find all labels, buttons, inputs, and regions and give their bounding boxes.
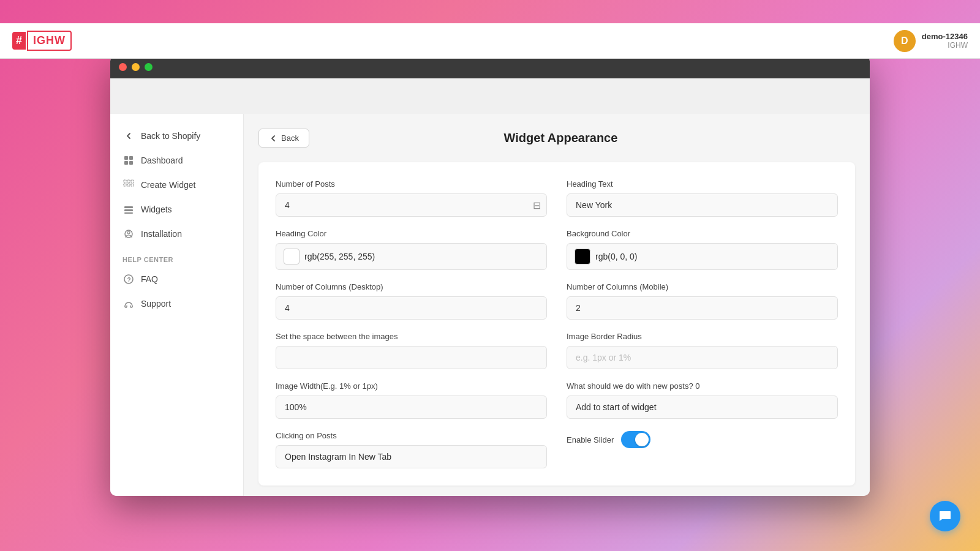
fullscreen-button[interactable] — [145, 63, 153, 71]
close-button[interactable] — [119, 63, 127, 71]
sidebar-item-support[interactable]: Support — [110, 291, 243, 316]
back-button-label: Back — [281, 133, 299, 143]
sidebar-item-label: Support — [141, 299, 171, 309]
border-radius-group: Image Border Radius — [567, 332, 838, 369]
svg-point-14 — [127, 231, 130, 234]
sidebar-item-label: Installation — [141, 229, 182, 239]
back-button[interactable]: Back — [258, 129, 309, 148]
dashboard-icon — [123, 154, 135, 167]
support-icon — [123, 298, 135, 310]
columns-desktop-input[interactable] — [276, 296, 547, 320]
space-between-input[interactable] — [276, 346, 547, 369]
main-layout: Back to Shopify Dashboard — [110, 114, 870, 496]
create-widget-icon — [123, 179, 135, 191]
background-color-input[interactable]: rgb(0, 0, 0) — [567, 243, 838, 270]
sidebar-item-back[interactable]: Back to Shopify — [110, 124, 243, 148]
sidebar-back-label: Back to Shopify — [141, 131, 200, 141]
clicking-posts-label: Clicking on Posts — [276, 431, 547, 440]
image-width-label: Image Width(E.g. 1% or 1px) — [276, 381, 547, 391]
image-width-input[interactable] — [276, 395, 547, 419]
heading-color-value: rgb(255, 255, 255) — [304, 252, 375, 261]
header: # IGHW D demo-12346 IGHW — [110, 55, 870, 59]
heading-color-swatch — [284, 249, 300, 264]
clicking-posts-input[interactable] — [276, 445, 547, 468]
sidebar-item-label: Create Widget — [141, 180, 195, 190]
form-card: Number of Posts ⊟ Heading Text Heading C — [258, 162, 855, 485]
svg-rect-0 — [124, 156, 128, 160]
enable-slider-toggle[interactable] — [621, 431, 650, 448]
new-posts-label: What should we do with new posts? 0 — [567, 381, 838, 391]
traffic-lights — [119, 63, 153, 71]
sidebar-item-label: Dashboard — [141, 156, 183, 165]
toggle-thumb — [635, 433, 649, 446]
heading-text-input[interactable] — [567, 193, 838, 217]
svg-rect-12 — [124, 212, 133, 214]
background-color-swatch — [575, 249, 590, 264]
svg-rect-4 — [124, 180, 126, 182]
app-window: # IGHW D demo-12346 IGHW Back to Shopify — [110, 55, 870, 496]
space-between-group: Set the space between the images — [276, 332, 547, 369]
toggle-track — [621, 431, 650, 448]
form-grid: Number of Posts ⊟ Heading Text Heading C — [276, 179, 838, 468]
svg-rect-5 — [127, 180, 130, 182]
sidebar-item-installation[interactable]: Installation — [110, 222, 243, 246]
background-color-group: Background Color rgb(0, 0, 0) — [567, 229, 838, 270]
sidebar-item-create-widget[interactable]: Create Widget — [110, 173, 243, 197]
svg-rect-11 — [124, 209, 133, 211]
columns-mobile-label: Number of Columns (Mobile) — [567, 282, 838, 291]
svg-rect-2 — [124, 161, 128, 165]
heading-color-group: Heading Color rgb(255, 255, 255) — [276, 229, 547, 270]
enable-slider-group: Enable Slider — [567, 431, 838, 468]
new-posts-group: What should we do with new posts? 0 — [567, 381, 838, 419]
num-posts-input[interactable] — [276, 193, 547, 217]
svg-rect-8 — [127, 184, 130, 186]
border-radius-label: Image Border Radius — [567, 332, 838, 341]
border-radius-input[interactable] — [567, 346, 838, 369]
sidebar-item-label: FAQ — [141, 274, 158, 284]
background-color-label: Background Color — [567, 229, 838, 238]
svg-rect-7 — [124, 184, 126, 186]
image-width-group: Image Width(E.g. 1% or 1px) — [276, 381, 547, 419]
widgets-icon — [123, 203, 135, 216]
heading-color-label: Heading Color — [276, 229, 547, 238]
enable-slider-label: Enable Slider — [567, 435, 614, 444]
space-between-label: Set the space between the images — [276, 332, 547, 341]
heading-text-label: Heading Text — [567, 179, 838, 189]
num-posts-input-wrapper: ⊟ — [276, 193, 547, 217]
faq-icon: ? — [123, 273, 135, 285]
installation-icon — [123, 228, 135, 240]
page-title: Widget Appearance — [322, 131, 800, 145]
help-section-label: HELP CENTER — [110, 246, 243, 267]
enable-slider-row: Enable Slider — [567, 431, 838, 448]
num-posts-icon: ⊟ — [533, 200, 541, 211]
num-posts-label: Number of Posts — [276, 179, 547, 189]
svg-rect-10 — [124, 206, 133, 208]
svg-text:?: ? — [127, 277, 131, 283]
minimize-button[interactable] — [132, 63, 140, 71]
sidebar-item-widgets[interactable]: Widgets — [110, 197, 243, 222]
columns-desktop-group: Number of Columns (Desktop) — [276, 282, 547, 320]
sidebar-item-faq[interactable]: ? FAQ — [110, 267, 243, 291]
svg-rect-9 — [131, 184, 134, 186]
chat-fab-button[interactable] — [930, 501, 960, 531]
svg-rect-6 — [131, 180, 134, 182]
page-header: Back Widget Appearance — [258, 129, 855, 148]
new-posts-input[interactable] — [567, 395, 838, 419]
background-color-value: rgb(0, 0, 0) — [595, 252, 637, 261]
sidebar-item-dashboard[interactable]: Dashboard — [110, 148, 243, 173]
columns-desktop-label: Number of Columns (Desktop) — [276, 282, 547, 291]
sidebar-item-label: Widgets — [141, 204, 172, 214]
columns-mobile-group: Number of Columns (Mobile) — [567, 282, 838, 320]
svg-rect-1 — [129, 156, 133, 160]
heading-text-group: Heading Text — [567, 179, 838, 217]
back-arrow-icon — [123, 130, 135, 142]
num-posts-group: Number of Posts ⊟ — [276, 179, 547, 217]
svg-rect-3 — [129, 161, 133, 165]
main-content: Back Widget Appearance Number of Posts ⊟ — [244, 114, 870, 496]
heading-color-input[interactable]: rgb(255, 255, 255) — [276, 243, 547, 270]
columns-mobile-input[interactable] — [567, 296, 838, 320]
clicking-posts-group: Clicking on Posts — [276, 431, 547, 468]
sidebar: Back to Shopify Dashboard — [110, 114, 244, 496]
